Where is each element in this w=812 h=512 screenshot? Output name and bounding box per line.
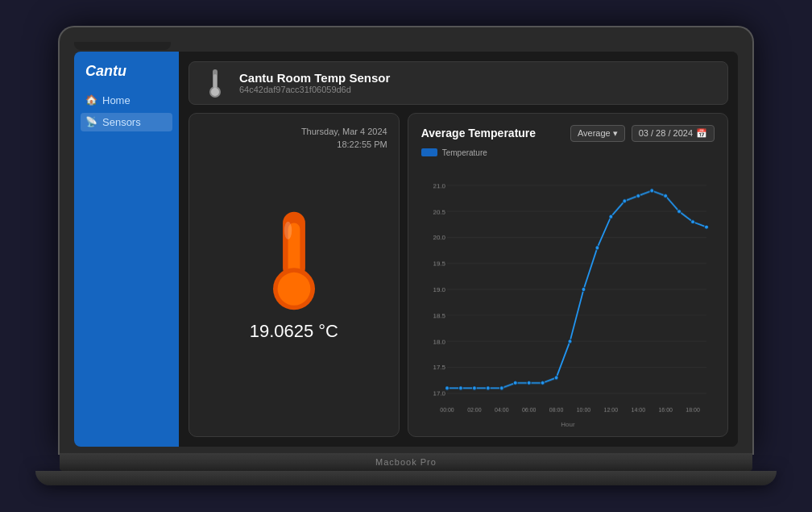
header-info: Cantu Room Temp Sensor 64c42daf97acc31f0… [239, 71, 390, 94]
screen-content: Cantu 🏠 Home 📡 Sensors [74, 52, 738, 447]
chart-controls: Average ▾ 03 / 28 / 2024 📅 [570, 125, 715, 142]
laptop-base: Macbook Pro [60, 453, 752, 471]
legend-color [421, 148, 437, 156]
temperature-value: 19.0625 °C [250, 321, 338, 342]
svg-point-3 [211, 88, 219, 96]
temperature-chart [421, 167, 715, 428]
date-line1: Thursday, Mar 4 2024 [301, 125, 387, 139]
macbook-label: Macbook Pro [375, 457, 437, 467]
datetime-label: Thursday, Mar 4 2024 18:22:55 PM [301, 125, 387, 152]
chart-header: Average Temperature Average ▾ 03 / 28 / … [421, 125, 715, 142]
home-icon: 🏠 [85, 94, 97, 106]
laptop-bottom [35, 471, 777, 485]
main-content: Cantu Room Temp Sensor 64c42daf97acc31f0… [179, 52, 738, 447]
thermometer-svg [258, 208, 330, 313]
sidebar-home-label: Home [102, 94, 130, 106]
chart-area [421, 167, 715, 428]
laptop-notch [74, 42, 171, 50]
sidebar-title: Cantu [81, 60, 172, 88]
sidebar-item-home[interactable]: 🏠 Home [81, 91, 172, 110]
date-value: 03 / 28 / 2024 [639, 128, 693, 138]
date-picker[interactable]: 03 / 28 / 2024 📅 [632, 125, 715, 142]
sidebar-item-sensors[interactable]: 📡 Sensors [81, 113, 172, 131]
panels-row: Thursday, Mar 4 2024 18:22:55 PM [188, 113, 728, 437]
sidebar-sensors-label: Sensors [102, 116, 141, 128]
thermometer-header-icon [202, 70, 228, 96]
chart-legend: Temperature [421, 148, 715, 157]
date-line2: 18:22:55 PM [301, 138, 387, 152]
legend-label: Temperature [442, 148, 487, 157]
sidebar: Cantu 🏠 Home 📡 Sensors [74, 52, 179, 447]
laptop-screen: Cantu 🏠 Home 📡 Sensors [60, 27, 752, 453]
sensor-id: 64c42daf97acc31f06059d6d [239, 85, 390, 94]
chart-title: Average Temperature [421, 127, 536, 139]
calendar-icon: 📅 [696, 128, 707, 139]
laptop-wrapper: Cantu 🏠 Home 📡 Sensors [60, 27, 752, 485]
chart-panel: Average Temperature Average ▾ 03 / 28 / … [408, 113, 728, 437]
sensor-name: Cantu Room Temp Sensor [239, 71, 390, 85]
app-container: Cantu 🏠 Home 📡 Sensors [74, 52, 738, 447]
header-bar: Cantu Room Temp Sensor 64c42daf97acc31f0… [188, 61, 728, 105]
average-dropdown[interactable]: Average ▾ [570, 125, 625, 142]
svg-point-8 [284, 221, 292, 239]
temperature-panel: Thursday, Mar 4 2024 18:22:55 PM [188, 113, 400, 437]
sensors-icon: 📡 [85, 116, 97, 127]
svg-point-7 [277, 272, 310, 305]
